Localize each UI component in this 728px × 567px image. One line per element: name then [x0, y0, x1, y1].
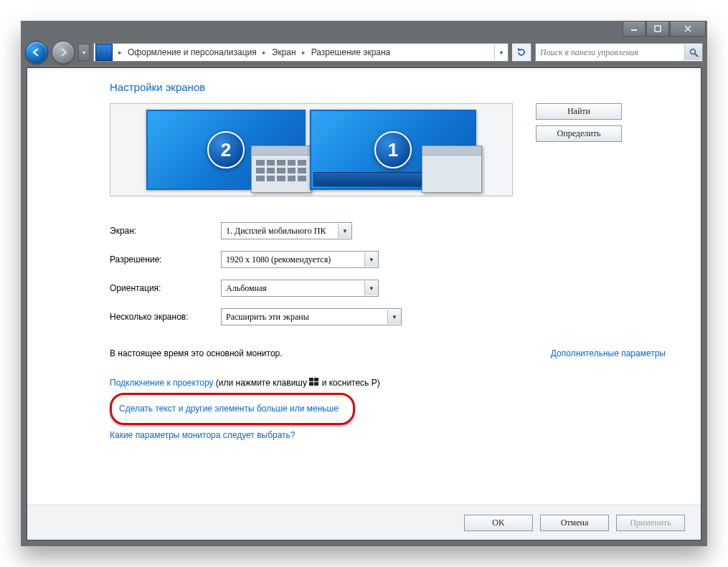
svg-point-2 — [690, 49, 695, 54]
arrow-left-icon — [32, 47, 42, 57]
monitor-number: 1 — [374, 131, 412, 168]
page-title: Настройки экранов — [110, 81, 668, 93]
advanced-settings-link[interactable]: Дополнительные параметры — [551, 348, 666, 358]
monitor-1[interactable]: 1 — [310, 110, 476, 190]
search-input[interactable] — [536, 47, 684, 58]
minimize-button[interactable] — [623, 21, 646, 37]
window: ▾ ▸ Оформление и персонализация ▸ Экран … — [21, 21, 707, 546]
refresh-icon — [516, 47, 526, 57]
arrow-right-icon — [58, 47, 68, 57]
cancel-button[interactable]: Отмена — [540, 515, 609, 531]
maximize-button[interactable] — [646, 21, 669, 37]
chevron-down-icon: ▼ — [338, 224, 351, 238]
client-area: Настройки экранов 2 1 — [27, 67, 701, 540]
breadcrumb-item[interactable]: Экран — [269, 44, 299, 61]
display-preview[interactable]: 2 1 — [110, 103, 513, 196]
find-button[interactable]: Найти — [536, 103, 622, 120]
multi-display-select[interactable]: Расширить эти экраны ▼ — [221, 308, 402, 325]
chevron-down-icon: ▼ — [364, 281, 378, 295]
chevron-right-icon: ▸ — [115, 49, 125, 56]
text-size-link[interactable]: Сделать текст и другие элементы больше и… — [119, 404, 339, 414]
chevron-down-icon: ▼ — [364, 252, 378, 267]
display-select[interactable]: 1. Дисплей мобильного ПК ▼ — [221, 222, 352, 239]
identify-button[interactable]: Определить — [536, 125, 622, 142]
overlay-window-icon — [422, 146, 482, 193]
monitor-number: 2 — [207, 131, 245, 168]
svg-rect-0 — [631, 29, 637, 31]
ok-button[interactable]: OK — [464, 515, 533, 531]
history-dropdown[interactable]: ▾ — [78, 44, 90, 61]
overlay-window-icon — [251, 146, 311, 193]
breadcrumb-item[interactable]: Оформление и персонализация — [125, 44, 260, 61]
label-resolution: Разрешение: — [110, 254, 221, 265]
label-orientation: Ориентация: — [110, 283, 221, 293]
highlight-circle: Сделать текст и другие элементы больше и… — [110, 393, 355, 425]
orientation-select[interactable]: Альбомная ▼ — [221, 280, 379, 297]
address-dropdown[interactable]: ▾ — [494, 44, 508, 60]
search-box[interactable] — [535, 43, 703, 62]
svg-rect-1 — [655, 26, 661, 32]
main-monitor-note: В настоящее время это основной монитор. — [110, 348, 283, 358]
action-bar: OK Отмена Применить — [27, 505, 701, 540]
svg-line-3 — [695, 54, 698, 57]
select-value: Альбомная — [226, 283, 267, 294]
label-display: Экран: — [110, 226, 221, 236]
monitor-2[interactable]: 2 — [146, 110, 306, 190]
chevron-right-icon: ▸ — [260, 49, 269, 56]
control-panel-icon — [95, 44, 113, 61]
back-button[interactable] — [25, 41, 48, 64]
resolution-select[interactable]: 1920 x 1080 (рекомендуется) ▼ — [221, 251, 379, 268]
projector-line: Подключение к проектору (или нажмите кла… — [110, 373, 668, 393]
which-settings-link[interactable]: Какие параметры монитора следует выбрать… — [110, 430, 296, 440]
taskbar-icon — [313, 172, 432, 186]
label-multi: Несколько экранов: — [110, 312, 221, 322]
address-bar[interactable]: ▸ Оформление и персонализация ▸ Экран ▸ … — [93, 43, 509, 62]
titlebar — [21, 21, 707, 40]
windows-key-icon — [309, 378, 319, 386]
apply-button[interactable]: Применить — [616, 515, 685, 531]
search-icon[interactable] — [684, 44, 702, 60]
refresh-button[interactable] — [512, 43, 531, 62]
select-value: 1920 x 1080 (рекомендуется) — [226, 254, 331, 265]
close-button[interactable] — [670, 21, 706, 37]
select-value: 1. Дисплей мобильного ПК — [226, 226, 326, 237]
chevron-right-icon: ▸ — [299, 49, 308, 56]
breadcrumb-item[interactable]: Разрешение экрана — [308, 44, 394, 61]
toolbar: ▾ ▸ Оформление и персонализация ▸ Экран … — [21, 40, 707, 65]
select-value: Расширить эти экраны — [226, 312, 309, 323]
projector-link[interactable]: Подключение к проектору — [110, 378, 214, 388]
forward-button[interactable] — [52, 41, 75, 64]
chevron-down-icon: ▼ — [387, 310, 401, 324]
